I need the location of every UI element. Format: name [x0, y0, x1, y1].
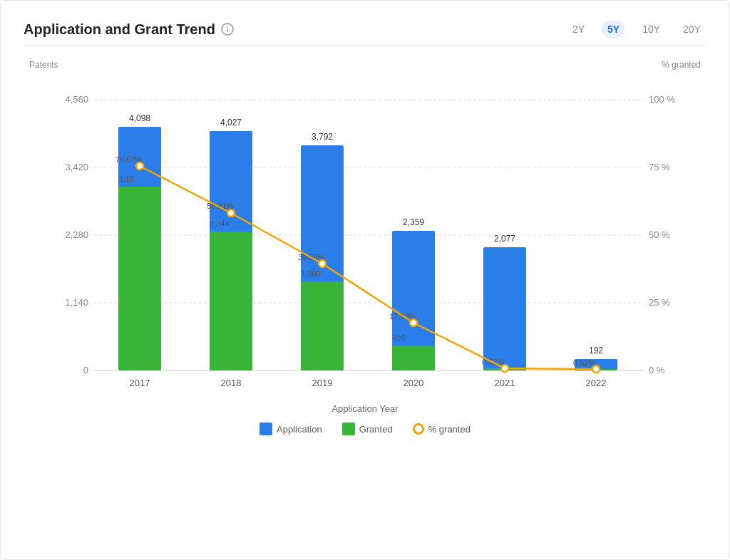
svg-text:4,560: 4,560	[65, 94, 88, 105]
filter-20y[interactable]: 20Y	[677, 21, 706, 38]
svg-text:0.52%: 0.52%	[573, 358, 595, 367]
chart-area: Patents % granted 4,560 3,420 2,280 1,14…	[24, 60, 706, 435]
legend-application-label: Application	[277, 424, 322, 435]
filter-10y[interactable]: 10Y	[637, 21, 666, 38]
svg-text:2,359: 2,359	[403, 217, 424, 227]
filter-2y[interactable]: 2Y	[567, 21, 590, 38]
svg-text:416: 416	[392, 333, 405, 342]
info-icon[interactable]: i	[221, 23, 234, 36]
svg-text:50 %: 50 %	[649, 229, 670, 240]
header-divider	[24, 45, 706, 46]
svg-text:3,420: 3,420	[65, 162, 88, 172]
title-group: Application and Grant Trend i	[24, 21, 234, 38]
bar-2021-application[interactable]	[483, 247, 526, 370]
bar-2017-granted[interactable]	[118, 187, 161, 370]
card: Application and Grant Trend i 2Y 5Y 10Y …	[0, 0, 730, 560]
svg-text:2018: 2018	[221, 378, 242, 388]
legend-application-box	[259, 422, 272, 435]
pct-granted-line	[140, 166, 596, 369]
svg-text:2019: 2019	[312, 378, 333, 388]
filter-5y[interactable]: 5Y	[602, 21, 625, 38]
bar-2018-granted[interactable]	[210, 232, 252, 370]
bar-2019-granted[interactable]	[301, 281, 344, 370]
svg-text:25 %: 25 %	[649, 297, 670, 308]
chart-title: Application and Grant Trend	[24, 21, 215, 38]
legend-pct-granted: % granted	[413, 423, 471, 435]
svg-text:2021: 2021	[495, 378, 515, 388]
pct-dot-2018	[227, 209, 235, 217]
chart-header: Application and Grant Trend i 2Y 5Y 10Y …	[24, 21, 706, 38]
time-filters: 2Y 5Y 10Y 20Y	[567, 21, 706, 38]
pct-dot-2017	[136, 162, 143, 170]
svg-text:2,344: 2,344	[210, 219, 230, 228]
svg-text:2022: 2022	[586, 378, 607, 388]
legend-pct-circle	[413, 423, 424, 435]
legend-granted-label: Granted	[359, 424, 393, 435]
svg-text:1,500: 1,500	[301, 269, 321, 278]
svg-text:4,027: 4,027	[220, 118, 242, 128]
legend-application: Application	[259, 422, 322, 435]
svg-text:2,280: 2,280	[65, 229, 88, 240]
svg-text:75 %: 75 %	[649, 162, 670, 172]
x-axis-title: Application Year	[24, 403, 706, 414]
svg-text:3,10: 3,10	[118, 175, 133, 183]
y-axis-left-label: Patents	[29, 60, 58, 70]
pct-dot-2020	[410, 319, 417, 326]
svg-text:2017: 2017	[130, 378, 150, 388]
legend-pct-label: % granted	[428, 424, 471, 435]
svg-text:0: 0	[83, 365, 88, 375]
pct-dot-2019	[319, 260, 326, 267]
y-axis-right-label: % granted	[662, 60, 701, 70]
svg-text:192: 192	[589, 346, 603, 356]
legend-granted: Granted	[342, 422, 393, 435]
svg-text:100 %: 100 %	[649, 94, 675, 105]
svg-text:1,140: 1,140	[65, 297, 88, 308]
svg-text:3,792: 3,792	[312, 132, 333, 142]
pct-dot-2022	[592, 365, 600, 373]
legend: Application Granted % granted	[24, 422, 706, 435]
legend-granted-box	[342, 422, 355, 435]
bar-2020-granted[interactable]	[392, 346, 435, 370]
svg-text:2,077: 2,077	[494, 234, 515, 244]
svg-text:2020: 2020	[403, 378, 424, 388]
chart-container: 4,560 3,420 2,280 1,140 0 100 % 75 % 50 …	[24, 71, 706, 399]
svg-text:0 %: 0 %	[649, 365, 665, 375]
svg-text:4,098: 4,098	[129, 113, 150, 123]
axis-labels: Patents % granted	[24, 60, 706, 70]
chart-svg: 4,560 3,420 2,280 1,140 0 100 % 75 % 50 …	[24, 71, 706, 399]
pct-dot-2021	[501, 365, 508, 372]
